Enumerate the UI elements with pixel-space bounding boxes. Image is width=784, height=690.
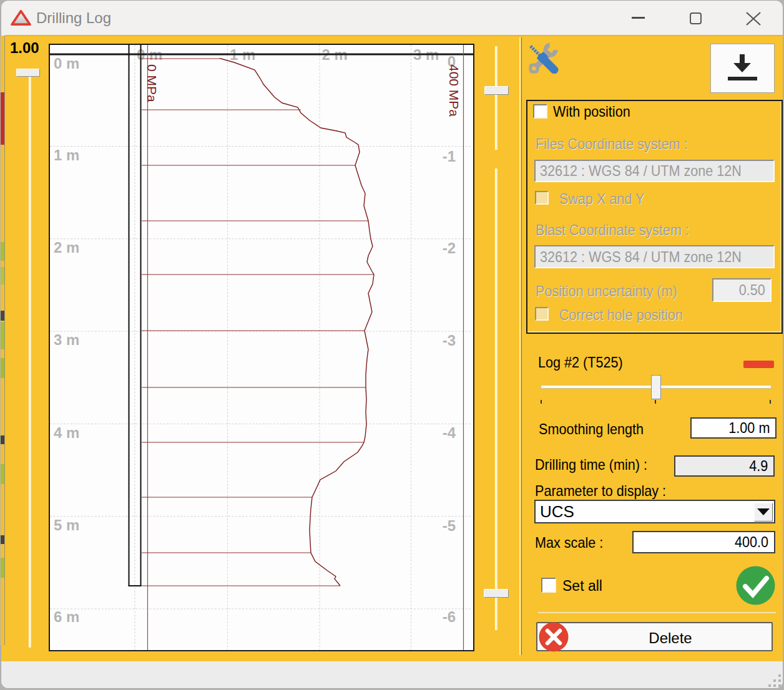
svg-text:-1: -1 <box>443 148 456 165</box>
svg-text:2 m: 2 m <box>54 239 79 256</box>
svg-text:-2: -2 <box>443 240 456 256</box>
svg-text:6 m: 6 m <box>54 608 79 625</box>
svg-text:0 m: 0 m <box>54 55 79 72</box>
svg-text:-6: -6 <box>443 608 456 625</box>
svg-text:-3: -3 <box>443 332 456 349</box>
svg-text:400 MPa: 400 MPa <box>447 64 461 117</box>
svg-text:0 MPa: 0 MPa <box>145 64 159 102</box>
svg-text:3 m: 3 m <box>54 331 79 348</box>
svg-text:-4: -4 <box>443 424 456 441</box>
svg-text:-5: -5 <box>443 517 456 534</box>
svg-text:1 m: 1 m <box>54 147 79 163</box>
svg-text:4 m: 4 m <box>54 424 79 441</box>
svg-text:5 m: 5 m <box>54 517 79 533</box>
